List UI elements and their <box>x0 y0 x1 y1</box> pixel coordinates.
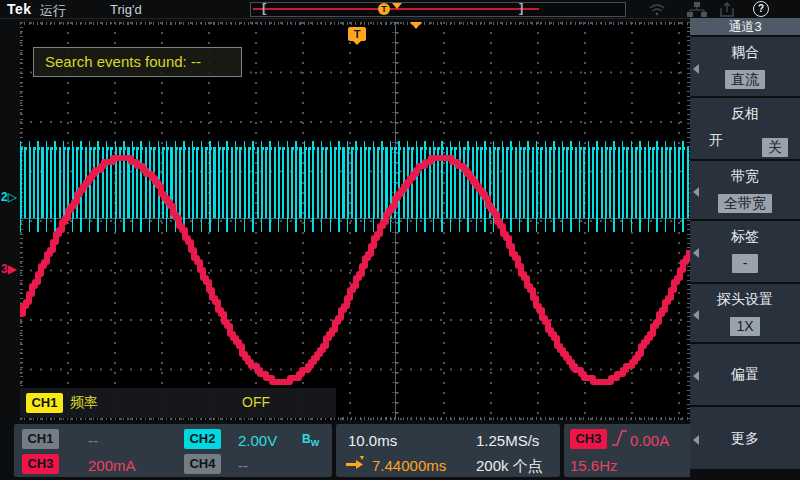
more-label: 更多 <box>690 407 800 469</box>
menu-section-coupling[interactable]: 耦合 直流 <box>690 37 800 96</box>
ch4-badge[interactable]: CH4 <box>184 454 221 474</box>
view-window-bracket-right: ] <box>519 1 523 15</box>
help-icon[interactable]: ? <box>753 1 769 17</box>
file-export-icon <box>720 2 736 17</box>
menu-section-offset[interactable]: 偏置 <box>690 344 800 405</box>
horizontal-readout-panel: 10.0ms 1.25MS/s 7.44000ms 200k 个点 <box>336 424 560 477</box>
waveform-display[interactable]: T <box>20 22 690 420</box>
section-arrow-icon <box>693 248 699 258</box>
trigger-position-icon[interactable]: T <box>378 3 390 15</box>
ch2-ground-marker[interactable]: 2▷ <box>1 190 17 204</box>
invert-label: 反相 <box>690 98 800 123</box>
measurement-channel-badge[interactable]: CH1 <box>26 393 63 413</box>
invert-on-option[interactable]: 开 <box>709 132 723 150</box>
rising-edge-slope-icon <box>611 428 628 448</box>
probe-attenuation-button[interactable]: 1X <box>730 317 759 336</box>
measurement-bar: CH1 频率 OFF <box>20 388 336 418</box>
delay-marker-icon <box>344 456 368 470</box>
menu-section-label[interactable]: 标签 - <box>690 221 800 282</box>
measurement-value: OFF <box>242 394 270 410</box>
section-arrow-icon <box>693 187 699 197</box>
record-length: 200k 个点 <box>476 457 543 476</box>
ch3-marker-arrow-icon: ▶ <box>8 262 17 276</box>
trigger-readout-panel: CH3 0.00A 15.6Hz <box>564 424 694 477</box>
section-arrow-icon <box>693 435 699 445</box>
ch3-ground-marker[interactable]: 3▶ <box>1 262 17 276</box>
acquisition-state: 运行 <box>40 2 66 20</box>
bandwidth-label: 带宽 <box>690 161 800 186</box>
search-events-banner: Search events found: -- <box>33 47 242 77</box>
menu-section-more[interactable]: 更多 <box>690 407 800 469</box>
side-menu-title: 通道3 <box>690 18 800 35</box>
ch2-marker-arrow-icon: ▷ <box>8 190 17 204</box>
side-menu: 通道3 耦合 直流 反相 开 关 带宽 全带宽 标签 - 探头设置 1X <box>690 18 800 480</box>
bottom-status-bar: CH1 -- CH2 2.00V BW CH3 200mA CH4 -- 10.… <box>0 420 690 480</box>
wifi-icon <box>648 2 666 16</box>
invert-off-button[interactable]: 关 <box>762 138 788 157</box>
horizontal-delay: 7.44000ms <box>372 457 446 474</box>
ch2-scale-value: 2.00V <box>238 432 277 449</box>
expansion-point-icon[interactable] <box>392 3 402 9</box>
ch1-badge[interactable]: CH1 <box>22 429 59 449</box>
section-arrow-icon <box>693 64 699 74</box>
bandwidth-value-button[interactable]: 全带宽 <box>718 194 772 213</box>
ch2-badge[interactable]: CH2 <box>184 429 221 449</box>
offset-label: 偏置 <box>690 344 800 405</box>
ch3-badge[interactable]: CH3 <box>22 454 59 474</box>
menu-section-invert[interactable]: 反相 开 关 <box>690 98 800 159</box>
expansion-point-marker[interactable] <box>410 22 422 29</box>
tek-logo: Tek <box>7 1 32 17</box>
trigger-frequency: 15.6Hz <box>570 457 618 474</box>
menu-section-bandwidth[interactable]: 带宽 全带宽 <box>690 161 800 219</box>
sample-rate: 1.25MS/s <box>476 432 539 449</box>
network-lan-icon <box>687 2 707 17</box>
time-per-div: 10.0ms <box>348 432 397 449</box>
probe-setup-label: 探头设置 <box>690 284 800 309</box>
ch2-bandwidth-limit-icon: BW <box>302 432 319 448</box>
view-window-bracket-left: [ <box>262 1 266 15</box>
menu-section-probe-setup[interactable]: 探头设置 1X <box>690 284 800 342</box>
ch3-scale-value: 200mA <box>88 457 136 474</box>
top-status-bar: Tek 运行 Trig'd [ ] T ? <box>0 0 800 19</box>
ch3-marker-number: 3 <box>1 262 8 276</box>
label-label: 标签 <box>690 221 800 246</box>
ch3-sine-waveform <box>20 22 690 420</box>
ch4-scale-value: -- <box>238 457 248 474</box>
trigger-level: 0.00A <box>630 432 669 449</box>
ch2-marker-number: 2 <box>1 190 8 204</box>
coupling-label: 耦合 <box>690 37 800 62</box>
record-overview-bar[interactable]: [ ] T <box>250 2 626 17</box>
label-value-button[interactable]: - <box>732 254 758 273</box>
ch1-scale-value: -- <box>88 432 98 449</box>
trigger-source-badge[interactable]: CH3 <box>570 429 607 449</box>
oscilloscope-screen: Tek 运行 Trig'd [ ] T ? <box>0 0 800 480</box>
section-arrow-icon <box>693 371 699 381</box>
measurement-label: 频率 <box>70 394 98 412</box>
trigger-position-flag[interactable]: T <box>348 27 366 41</box>
trigger-status: Trig'd <box>110 2 142 17</box>
coupling-value-button[interactable]: 直流 <box>725 70 765 89</box>
channel-readout-panel: CH1 -- CH2 2.00V BW CH3 200mA CH4 -- <box>14 424 332 477</box>
section-arrow-icon <box>693 310 699 320</box>
